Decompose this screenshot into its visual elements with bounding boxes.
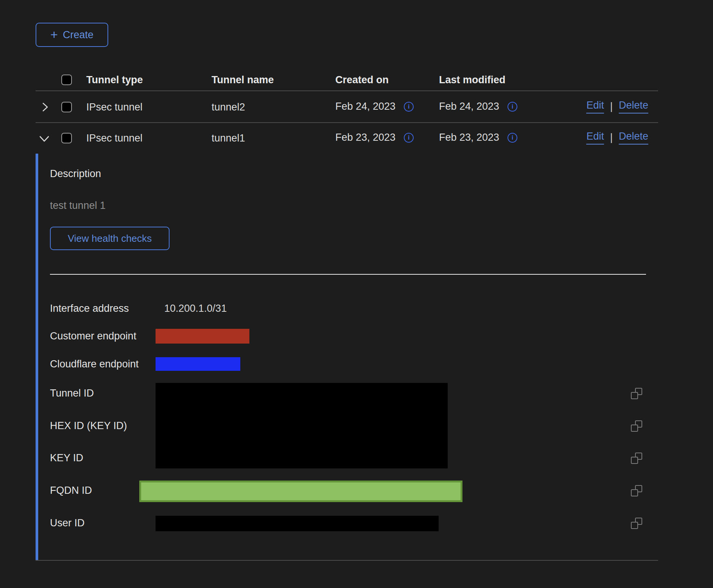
row-checkbox[interactable] xyxy=(61,133,72,143)
info-icon[interactable] xyxy=(404,102,414,112)
copy-icon[interactable] xyxy=(631,485,642,496)
description-value: test tunnel 1 xyxy=(50,200,106,212)
customer-endpoint-redacted-value xyxy=(156,329,249,344)
edit-link[interactable]: Edit xyxy=(586,100,604,114)
delete-link[interactable]: Delete xyxy=(619,131,648,145)
expanded-row-bottom-divider xyxy=(36,560,658,561)
column-header-created-on: Created on xyxy=(335,74,389,86)
tunnel-ids-redacted-values xyxy=(156,383,448,468)
chevron-right-icon[interactable] xyxy=(39,101,51,113)
info-icon[interactable] xyxy=(404,133,414,143)
view-health-checks-button[interactable]: View health checks xyxy=(50,227,170,250)
panel-divider xyxy=(50,274,646,275)
copy-icon[interactable] xyxy=(631,518,642,529)
info-icon[interactable] xyxy=(508,133,517,143)
copy-icon[interactable] xyxy=(631,388,642,399)
fqdn-id-redacted-value xyxy=(139,481,462,502)
select-all-checkbox[interactable] xyxy=(61,75,72,85)
create-button-label: Create xyxy=(63,29,93,41)
cloudflare-endpoint-redacted-value xyxy=(156,357,240,371)
delete-link[interactable]: Delete xyxy=(619,100,648,114)
tunnel-id-label: Tunnel ID xyxy=(50,387,94,399)
last-modified-cell: Feb 24, 2023 xyxy=(439,101,499,112)
created-on-cell: Feb 23, 2023 xyxy=(335,132,395,143)
copy-icon[interactable] xyxy=(631,453,642,464)
hex-id-label: HEX ID (KEY ID) xyxy=(50,420,127,432)
copy-icon[interactable] xyxy=(631,420,642,432)
customer-endpoint-label: Customer endpoint xyxy=(50,330,136,342)
action-separator: | xyxy=(610,132,613,143)
row-checkbox[interactable] xyxy=(61,102,72,112)
description-label: Description xyxy=(50,168,101,180)
action-separator: | xyxy=(610,101,613,112)
column-header-tunnel-name: Tunnel name xyxy=(212,74,274,86)
create-button[interactable]: + Create xyxy=(36,23,108,47)
edit-link[interactable]: Edit xyxy=(586,131,604,145)
column-header-tunnel-type: Tunnel type xyxy=(86,74,143,86)
tunnels-page: + Create Tunnel type Tunnel name Created… xyxy=(0,0,713,588)
interface-address-value: 10.200.1.0/31 xyxy=(164,303,227,314)
fqdn-id-label: FQDN ID xyxy=(50,485,92,496)
row-divider xyxy=(36,122,658,123)
tunnel-name-cell: tunnel2 xyxy=(212,101,245,113)
tunnel-type-cell: IPsec tunnel xyxy=(86,101,143,113)
expanded-row-accent-bar xyxy=(36,154,38,560)
user-id-redacted-value xyxy=(156,516,439,531)
info-icon[interactable] xyxy=(508,102,517,112)
column-header-last-modified: Last modified xyxy=(439,74,506,86)
interface-address-label: Interface address xyxy=(50,303,129,314)
created-on-cell: Feb 24, 2023 xyxy=(335,101,395,112)
plus-icon: + xyxy=(50,28,58,41)
tunnel-type-cell: IPsec tunnel xyxy=(86,132,143,144)
header-divider xyxy=(36,90,658,91)
user-id-label: User ID xyxy=(50,517,85,529)
chevron-down-icon[interactable] xyxy=(38,134,51,144)
key-id-label: KEY ID xyxy=(50,452,83,464)
tunnel-name-cell: tunnel1 xyxy=(212,132,245,144)
last-modified-cell: Feb 23, 2023 xyxy=(439,132,499,143)
cloudflare-endpoint-label: Cloudflare endpoint xyxy=(50,358,139,370)
